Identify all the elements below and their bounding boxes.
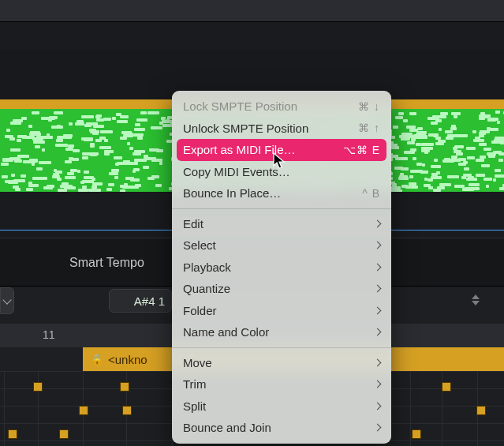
menu-separator	[172, 208, 391, 209]
menu-item-label: Bounce and Join	[183, 421, 271, 434]
midi-note[interactable]	[476, 406, 486, 415]
menu-name-color[interactable]: Name and Color	[172, 321, 391, 343]
menu-folder[interactable]: Folder	[172, 300, 391, 322]
midi-note[interactable]	[33, 382, 43, 392]
note-pitch-display[interactable]: A#4 1	[109, 289, 172, 313]
menu-move[interactable]: Move	[172, 352, 391, 374]
menu-item-shortcut: ⌘ ↓	[358, 100, 380, 113]
menu-item-shortcut: ^ B	[362, 187, 380, 200]
midi-note[interactable]	[412, 429, 421, 439]
menu-item-label: Copy MIDI Events…	[183, 165, 290, 178]
menu-item-label: Playback	[183, 260, 231, 274]
menu-edit[interactable]: Edit	[172, 213, 391, 235]
menu-item-shortcut: ⌘ ↑	[358, 122, 380, 134]
menu-item-label: Lock SMPTE Position	[183, 99, 297, 113]
smart-tempo-label[interactable]: Smart Tempo	[69, 256, 144, 270]
menu-quantize[interactable]: Quantize	[172, 278, 391, 300]
menu-split[interactable]: Split	[172, 395, 391, 418]
lock-icon: 🔒	[91, 354, 103, 365]
midi-note[interactable]	[59, 429, 69, 439]
menu-copy-midi[interactable]: Copy MIDI Events…	[172, 161, 391, 183]
midi-note[interactable]	[442, 382, 451, 392]
menu-item-label: Export as MIDI File…	[183, 143, 296, 156]
dropdown-button-partial[interactable]	[0, 287, 14, 314]
menu-separator	[172, 347, 391, 348]
menu-unlock-smpte[interactable]: Unlock SMPTE Position ⌘ ↑	[172, 118, 391, 140]
menu-item-label: Split	[183, 399, 206, 413]
menu-export-midi[interactable]: Export as MIDI File… ⌥⌘ E	[177, 139, 386, 161]
menu-trim[interactable]: Trim	[172, 373, 391, 395]
menu-item-label: Select	[183, 238, 216, 252]
stepper-down-icon	[472, 301, 480, 305]
menu-item-label: Folder	[183, 304, 217, 317]
menu-item-shortcut: ⌥⌘ E	[343, 144, 380, 156]
menu-item-label: Name and Color	[183, 325, 269, 339]
menu-playback[interactable]: Playback	[172, 257, 391, 279]
menu-bounce-in-place[interactable]: Bounce In Place… ^ B	[172, 182, 391, 204]
menu-item-label: Trim	[183, 377, 206, 391]
menu-bounce-join[interactable]: Bounce and Join	[172, 417, 391, 439]
bar-number: 11	[43, 328, 55, 341]
top-ruler-strip	[0, 0, 504, 22]
menu-select[interactable]: Select	[172, 234, 391, 257]
region-name-label: <unkno	[108, 353, 147, 366]
chevron-down-icon	[2, 295, 11, 304]
menu-item-label: Move	[183, 356, 212, 369]
menu-item-label: Unlock SMPTE Position	[183, 122, 308, 135]
midi-note[interactable]	[79, 406, 88, 415]
menu-lock-smpte: Lock SMPTE Position ⌘ ↓	[172, 96, 391, 118]
stepper-up-icon	[472, 294, 480, 299]
ruler-area-1	[0, 22, 504, 51]
midi-note[interactable]	[120, 382, 129, 392]
midi-note[interactable]	[122, 406, 132, 415]
menu-item-label: Edit	[183, 217, 203, 230]
menu-item-label: Quantize	[183, 282, 230, 295]
stepper-control[interactable]	[465, 287, 486, 313]
menu-item-label: Bounce In Place…	[183, 186, 281, 200]
context-menu: Lock SMPTE Position ⌘ ↓ Unlock SMPTE Pos…	[172, 91, 391, 444]
midi-note[interactable]	[8, 429, 17, 439]
